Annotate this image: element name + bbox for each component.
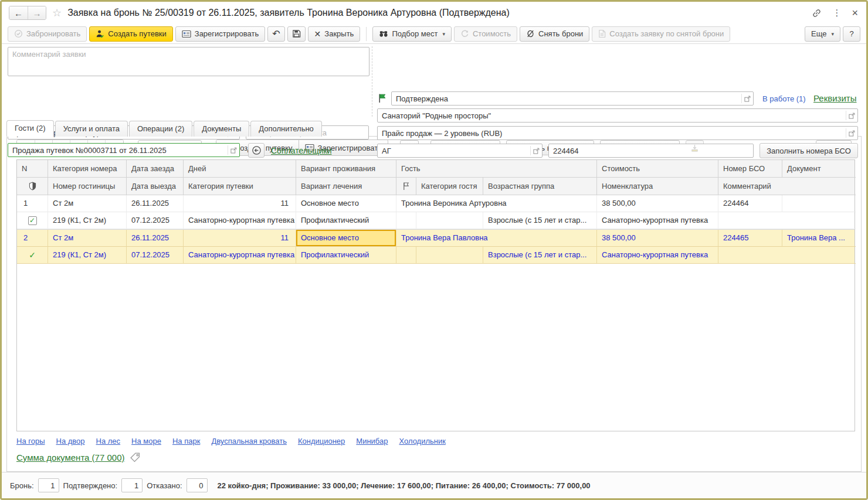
table-row-selected[interactable]: ✓ 219 (К1, Ст 2м) 07.12.2025 Санаторно-к… [17, 247, 855, 264]
create-from-cancelled-button[interactable]: Создать заявку по снятой брони [592, 26, 730, 42]
cell-age-group[interactable]: Взрослые (с 15 лет и стар... [483, 247, 597, 264]
nav-back-button[interactable]: ← [9, 6, 28, 19]
cell-flag[interactable] [396, 212, 416, 229]
tab-documents[interactable]: Документы [194, 121, 249, 137]
cell-days[interactable]: 11 [184, 230, 296, 247]
bso-number-field[interactable]: 224464 [548, 144, 754, 158]
attr-link-double-bed[interactable]: Двуспальная кровать [211, 437, 287, 445]
go-to-document-button[interactable] [248, 143, 265, 158]
price-type-field[interactable]: Прайс продаж — 2 уровень (RUB) [377, 126, 858, 140]
tab-guests[interactable]: Гости (2) [6, 120, 54, 137]
cell-document[interactable]: Тронина Вера ... [782, 230, 856, 247]
cell-guest-category[interactable] [416, 212, 483, 229]
unbook-all-button[interactable]: Снять брони [520, 26, 589, 42]
attr-link-sea[interactable]: На море [131, 437, 161, 445]
table-empty-area[interactable] [17, 264, 855, 431]
header-shield-cell[interactable] [17, 178, 48, 195]
hotel-field[interactable]: Санаторий "Родные просторы" [377, 108, 858, 123]
cell-cost[interactable]: 38 500,00 [597, 230, 718, 247]
table-row[interactable]: 1 Ст 2м 26.11.2025 11 Основное место Тро… [17, 195, 855, 212]
register-button[interactable]: Зарегистрировать [175, 26, 265, 42]
cell-room[interactable]: 219 (К1, Ст 2м) [48, 212, 127, 229]
copy-link-icon[interactable] [812, 8, 822, 18]
cell-nomenclature[interactable]: Санаторно-курортная путевка [597, 212, 718, 229]
checkbox-checked-icon[interactable]: ✓ [28, 216, 37, 225]
attr-link-minibar[interactable]: Минибар [356, 437, 388, 445]
tab-operations[interactable]: Операции (2) [129, 121, 192, 137]
cell-stay-variant[interactable]: Основное место [296, 195, 396, 212]
table-row-selected[interactable]: 2 Ст 2м 26.11.2025 11 Основное место Тро… [17, 230, 855, 247]
cell-departure-date[interactable]: 07.12.2025 [127, 212, 184, 229]
attr-link-air-conditioner[interactable]: Кондиционер [298, 437, 345, 445]
cell-guest[interactable]: Тронина Вера Павловна [396, 230, 597, 247]
bso-series-field[interactable]: АГ [377, 144, 542, 158]
header-room[interactable]: Номер гостиницы [48, 178, 127, 195]
sale-document-field[interactable]: Продажа путевок №00003711 от 26.11.2025 [8, 143, 240, 157]
cell-voucher-category[interactable]: Санаторно-курортная путевка [184, 212, 296, 229]
create-vouchers-button[interactable]: Создать путевки [89, 26, 172, 42]
undo-button[interactable]: ↶ [267, 26, 284, 42]
in-progress-link[interactable]: В работе (1) [762, 94, 806, 103]
header-days[interactable]: Дней [184, 160, 296, 178]
cell-n[interactable]: 1 [17, 195, 48, 212]
cell-booked-check[interactable]: ✓ [17, 247, 48, 264]
header-nomenclature[interactable]: Номенклатура [597, 178, 718, 195]
cell-bso-number[interactable]: 224465 [718, 230, 782, 247]
cell-age-group[interactable]: Взрослые (с 15 лет и стар... [483, 212, 597, 229]
cell-n[interactable]: 2 [17, 230, 48, 247]
cell-departure-date[interactable]: 07.12.2025 [127, 247, 184, 264]
table-row[interactable]: ✓ 219 (К1, Ст 2м) 07.12.2025 Санаторно-к… [17, 212, 855, 230]
more-button[interactable]: Еще ▾ [805, 26, 840, 42]
field-open-icon[interactable] [228, 145, 237, 155]
field-open-icon[interactable] [530, 146, 540, 155]
cell-document[interactable] [782, 195, 856, 212]
header-age-group[interactable]: Возрастная группа [483, 178, 597, 195]
header-cost[interactable]: Стоимость [597, 160, 718, 178]
attr-link-mountains[interactable]: На горы [16, 437, 45, 445]
save-button[interactable] [287, 26, 306, 42]
cell-comment[interactable] [718, 212, 856, 229]
header-voucher-category[interactable]: Категория путевки [184, 178, 296, 195]
header-n[interactable]: N [17, 160, 48, 178]
cell-treatment-variant[interactable]: Профилактический [296, 212, 396, 229]
attr-link-yard[interactable]: На двор [56, 437, 85, 445]
menu-kebab-icon[interactable]: ⋮ [832, 8, 841, 18]
header-room-category[interactable]: Категория номера [48, 160, 127, 178]
close-button[interactable]: ✕ Закрыть [308, 26, 361, 42]
cell-guest-category[interactable] [416, 247, 483, 264]
cell-voucher-category[interactable]: Санаторно-курортная путевка [184, 247, 296, 264]
header-treatment-variant[interactable]: Вариант лечения [296, 178, 396, 195]
cell-booked-checkbox[interactable]: ✓ [17, 212, 48, 229]
header-guest-category[interactable]: Категория гостя [416, 178, 483, 195]
cell-treatment-variant[interactable]: Профилактический [296, 247, 396, 264]
cell-room-category[interactable]: Ст 2м [48, 230, 127, 247]
cell-room[interactable]: 219 (К1, Ст 2м) [48, 247, 127, 264]
field-open-icon[interactable] [846, 111, 855, 120]
status-field[interactable]: Подтверждена [391, 91, 754, 106]
header-bso-number[interactable]: Номер БСО [718, 160, 782, 178]
booking-count-value[interactable]: 1 [38, 478, 59, 492]
header-flag-cell[interactable] [396, 178, 416, 195]
confirmed-count-value[interactable]: 1 [121, 478, 143, 492]
cell-bso-number[interactable]: 224464 [718, 195, 782, 212]
declined-count-value[interactable]: 0 [187, 478, 208, 492]
cell-room-category[interactable]: Ст 2м [48, 195, 127, 212]
header-guest[interactable]: Гость [396, 160, 597, 178]
attr-link-fridge[interactable]: Холодильник [399, 437, 445, 445]
tab-services-payment[interactable]: Услуги и оплата [55, 121, 128, 137]
comment-textarea[interactable] [8, 47, 369, 76]
column-splitter[interactable] [372, 46, 372, 117]
favorite-star-icon[interactable]: ☆ [52, 8, 62, 18]
field-open-icon[interactable] [846, 128, 855, 138]
copayers-link[interactable]: Соплательщики [271, 146, 331, 155]
field-open-icon[interactable] [741, 94, 751, 103]
book-button[interactable]: Забронировать [8, 26, 87, 42]
cell-arrival-date[interactable]: 26.11.2025 [127, 195, 184, 212]
attr-link-park[interactable]: На парк [172, 437, 200, 445]
attr-link-forest[interactable]: На лес [96, 437, 121, 445]
cell-guest[interactable]: Тронина Вероника Артуровна [396, 195, 597, 212]
window-close-icon[interactable]: × [852, 8, 858, 18]
cell-arrival-date[interactable]: 26.11.2025 [127, 230, 184, 247]
cell-comment[interactable] [718, 247, 856, 264]
cost-button[interactable]: Стоимость [454, 26, 517, 42]
